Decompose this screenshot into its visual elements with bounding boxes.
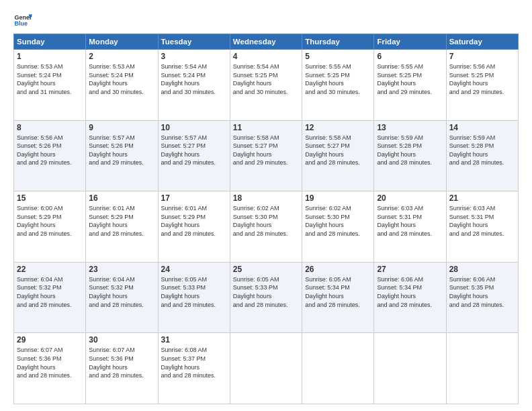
dow-header: Tuesday <box>158 34 230 50</box>
day-number: 26 <box>305 265 371 274</box>
cell-info: Sunrise: 5:59 AMSunset: 5:28 PMDaylight … <box>377 134 443 167</box>
page: General Blue SundayMondayTuesdayWednesda… <box>0 0 532 411</box>
cell-info: Sunrise: 5:59 AMSunset: 5:28 PMDaylight … <box>449 134 515 167</box>
calendar-cell: 17Sunrise: 6:01 AMSunset: 5:29 PMDayligh… <box>158 191 230 263</box>
cell-info: Sunrise: 5:53 AMSunset: 5:24 PMDaylight … <box>89 62 154 96</box>
cell-info: Sunrise: 6:04 AMSunset: 5:32 PMDaylight … <box>89 275 154 309</box>
calendar-cell: 8Sunrise: 5:56 AMSunset: 5:26 PMDaylight… <box>14 120 86 191</box>
day-number: 11 <box>233 123 299 132</box>
day-number: 15 <box>17 193 83 203</box>
cell-info: Sunrise: 6:06 AMSunset: 5:35 PMDaylight … <box>449 275 515 309</box>
calendar-cell: 9Sunrise: 5:57 AMSunset: 5:26 PMDaylight… <box>86 120 158 191</box>
calendar-cell: 5Sunrise: 5:55 AMSunset: 5:25 PMDaylight… <box>302 50 374 121</box>
day-number: 30 <box>89 335 154 345</box>
day-number: 25 <box>233 265 299 274</box>
day-number: 23 <box>89 265 154 274</box>
day-number: 20 <box>377 193 443 203</box>
calendar-cell: 14Sunrise: 5:59 AMSunset: 5:28 PMDayligh… <box>446 120 518 191</box>
calendar-week-row: 8Sunrise: 5:56 AMSunset: 5:26 PMDaylight… <box>14 120 519 191</box>
calendar-cell: 19Sunrise: 6:02 AMSunset: 5:30 PMDayligh… <box>302 191 374 263</box>
day-number: 10 <box>161 123 227 132</box>
calendar-cell: 18Sunrise: 6:02 AMSunset: 5:30 PMDayligh… <box>230 191 302 263</box>
cell-info: Sunrise: 6:08 AMSunset: 5:37 PMDaylight … <box>161 346 227 379</box>
day-number: 4 <box>233 52 299 61</box>
day-number: 24 <box>161 265 227 274</box>
logo: General Blue <box>13 11 32 30</box>
calendar-cell <box>374 333 446 404</box>
calendar-cell: 20Sunrise: 6:03 AMSunset: 5:31 PMDayligh… <box>374 191 446 263</box>
calendar-cell: 3Sunrise: 5:54 AMSunset: 5:24 PMDaylight… <box>158 50 230 121</box>
logo-icon: General Blue <box>13 11 32 30</box>
cell-info: Sunrise: 6:05 AMSunset: 5:33 PMDaylight … <box>233 275 299 309</box>
dow-header: Thursday <box>302 34 374 50</box>
day-number: 31 <box>161 335 227 345</box>
calendar-cell: 13Sunrise: 5:59 AMSunset: 5:28 PMDayligh… <box>374 120 446 191</box>
day-number: 27 <box>377 265 443 274</box>
calendar-cell: 16Sunrise: 6:01 AMSunset: 5:29 PMDayligh… <box>86 191 158 263</box>
cell-info: Sunrise: 5:56 AMSunset: 5:26 PMDaylight … <box>17 134 83 167</box>
calendar-cell <box>230 333 302 404</box>
calendar-week-row: 1Sunrise: 5:53 AMSunset: 5:24 PMDaylight… <box>14 50 519 121</box>
cell-info: Sunrise: 5:57 AMSunset: 5:26 PMDaylight … <box>89 134 154 167</box>
day-number: 9 <box>89 123 154 132</box>
day-number: 14 <box>449 123 515 132</box>
day-number: 16 <box>89 193 154 203</box>
header: General Blue <box>13 11 519 30</box>
cell-info: Sunrise: 5:54 AMSunset: 5:24 PMDaylight … <box>161 62 227 96</box>
cell-info: Sunrise: 5:54 AMSunset: 5:25 PMDaylight … <box>233 62 299 96</box>
dow-header: Wednesday <box>230 34 302 50</box>
cell-info: Sunrise: 6:01 AMSunset: 5:29 PMDaylight … <box>89 204 154 238</box>
cell-info: Sunrise: 5:58 AMSunset: 5:27 PMDaylight … <box>233 134 299 167</box>
calendar-cell: 6Sunrise: 5:55 AMSunset: 5:25 PMDaylight… <box>374 50 446 121</box>
calendar-cell: 31Sunrise: 6:08 AMSunset: 5:37 PMDayligh… <box>158 333 230 404</box>
cell-info: Sunrise: 6:02 AMSunset: 5:30 PMDaylight … <box>305 204 371 238</box>
day-number: 29 <box>17 335 83 345</box>
calendar-cell: 26Sunrise: 6:05 AMSunset: 5:34 PMDayligh… <box>302 262 374 333</box>
day-number: 8 <box>17 123 83 132</box>
dow-header: Saturday <box>446 34 518 50</box>
day-number: 17 <box>161 193 227 203</box>
day-number: 19 <box>305 193 371 203</box>
calendar-cell: 27Sunrise: 6:06 AMSunset: 5:34 PMDayligh… <box>374 262 446 333</box>
calendar-cell: 30Sunrise: 6:07 AMSunset: 5:36 PMDayligh… <box>86 333 158 404</box>
dow-header: Sunday <box>14 34 86 50</box>
day-number: 21 <box>449 193 515 203</box>
calendar-cell: 1Sunrise: 5:53 AMSunset: 5:24 PMDaylight… <box>14 50 86 121</box>
day-number: 3 <box>161 52 227 61</box>
cell-info: Sunrise: 6:05 AMSunset: 5:33 PMDaylight … <box>161 275 227 309</box>
svg-text:Blue: Blue <box>14 20 28 27</box>
cell-info: Sunrise: 6:03 AMSunset: 5:31 PMDaylight … <box>449 204 515 238</box>
calendar-table: SundayMondayTuesdayWednesdayThursdayFrid… <box>13 34 519 404</box>
cell-info: Sunrise: 6:04 AMSunset: 5:32 PMDaylight … <box>17 275 83 309</box>
calendar-cell: 11Sunrise: 5:58 AMSunset: 5:27 PMDayligh… <box>230 120 302 191</box>
day-number: 5 <box>305 52 371 61</box>
cell-info: Sunrise: 5:58 AMSunset: 5:27 PMDaylight … <box>305 134 371 167</box>
calendar-cell: 28Sunrise: 6:06 AMSunset: 5:35 PMDayligh… <box>446 262 518 333</box>
calendar-week-row: 29Sunrise: 6:07 AMSunset: 5:36 PMDayligh… <box>14 333 519 404</box>
dow-header: Monday <box>86 34 158 50</box>
calendar-cell: 10Sunrise: 5:57 AMSunset: 5:27 PMDayligh… <box>158 120 230 191</box>
cell-info: Sunrise: 5:57 AMSunset: 5:27 PMDaylight … <box>161 134 227 167</box>
calendar-week-row: 15Sunrise: 6:00 AMSunset: 5:29 PMDayligh… <box>14 191 519 263</box>
calendar-cell: 22Sunrise: 6:04 AMSunset: 5:32 PMDayligh… <box>14 262 86 333</box>
day-number: 22 <box>17 265 83 274</box>
cell-info: Sunrise: 6:02 AMSunset: 5:30 PMDaylight … <box>233 204 299 238</box>
day-number: 7 <box>449 52 515 61</box>
day-number: 28 <box>449 265 515 274</box>
cell-info: Sunrise: 5:55 AMSunset: 5:25 PMDaylight … <box>377 62 443 96</box>
calendar-cell: 7Sunrise: 5:56 AMSunset: 5:25 PMDaylight… <box>446 50 518 121</box>
cell-info: Sunrise: 5:56 AMSunset: 5:25 PMDaylight … <box>449 62 515 96</box>
cell-info: Sunrise: 6:07 AMSunset: 5:36 PMDaylight … <box>17 346 83 379</box>
cell-info: Sunrise: 5:53 AMSunset: 5:24 PMDaylight … <box>17 62 83 96</box>
calendar-cell: 15Sunrise: 6:00 AMSunset: 5:29 PMDayligh… <box>14 191 86 263</box>
cell-info: Sunrise: 6:01 AMSunset: 5:29 PMDaylight … <box>161 204 227 238</box>
cell-info: Sunrise: 6:00 AMSunset: 5:29 PMDaylight … <box>17 204 83 238</box>
day-number: 2 <box>89 52 154 61</box>
dow-header: Friday <box>374 34 446 50</box>
calendar-week-row: 22Sunrise: 6:04 AMSunset: 5:32 PMDayligh… <box>14 262 519 333</box>
day-number: 1 <box>17 52 83 61</box>
day-number: 18 <box>233 193 299 203</box>
cell-info: Sunrise: 6:05 AMSunset: 5:34 PMDaylight … <box>305 275 371 309</box>
cell-info: Sunrise: 6:07 AMSunset: 5:36 PMDaylight … <box>89 346 154 379</box>
calendar-cell: 25Sunrise: 6:05 AMSunset: 5:33 PMDayligh… <box>230 262 302 333</box>
